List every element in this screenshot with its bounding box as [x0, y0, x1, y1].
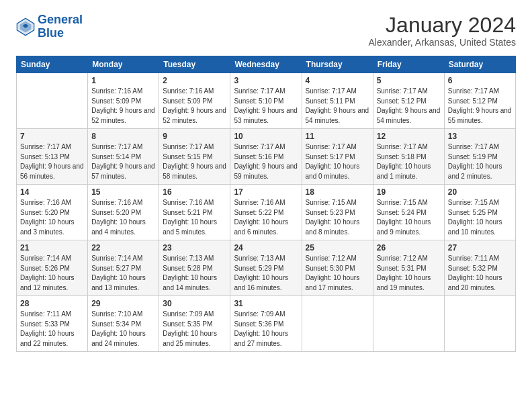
calendar-cell: 13Sunrise: 7:17 AM Sunset: 5:19 PM Dayli…: [444, 129, 515, 185]
day-info: Sunrise: 7:15 AM Sunset: 5:23 PM Dayligh…: [306, 198, 369, 237]
calendar-cell: 30Sunrise: 7:09 AM Sunset: 5:35 PM Dayli…: [159, 296, 230, 352]
calendar-cell: 22Sunrise: 7:14 AM Sunset: 5:27 PM Dayli…: [88, 240, 159, 296]
calendar-cell: 6Sunrise: 7:17 AM Sunset: 5:12 PM Daylig…: [444, 73, 515, 129]
day-number: 18: [306, 187, 369, 197]
calendar-cell: 10Sunrise: 7:17 AM Sunset: 5:16 PM Dayli…: [230, 129, 302, 185]
day-number: 29: [91, 299, 155, 308]
weekday-header-sunday: Sunday: [17, 56, 88, 73]
day-info: Sunrise: 7:17 AM Sunset: 5:18 PM Dayligh…: [377, 142, 441, 181]
day-info: Sunrise: 7:16 AM Sunset: 5:21 PM Dayligh…: [163, 198, 226, 237]
day-info: Sunrise: 7:10 AM Sunset: 5:34 PM Dayligh…: [91, 310, 155, 349]
calendar-cell: 9Sunrise: 7:17 AM Sunset: 5:15 PM Daylig…: [159, 129, 230, 185]
week-row-1: 7Sunrise: 7:17 AM Sunset: 5:13 PM Daylig…: [17, 129, 516, 185]
day-info: Sunrise: 7:13 AM Sunset: 5:28 PM Dayligh…: [163, 254, 226, 293]
calendar-cell: 4Sunrise: 7:17 AM Sunset: 5:11 PM Daylig…: [302, 73, 373, 129]
day-number: 30: [163, 299, 226, 308]
day-info: Sunrise: 7:14 AM Sunset: 5:26 PM Dayligh…: [20, 254, 84, 293]
calendar-cell: 16Sunrise: 7:16 AM Sunset: 5:21 PM Dayli…: [159, 185, 230, 240]
day-number: 27: [448, 243, 512, 253]
day-number: 14: [20, 187, 84, 197]
day-number: 9: [163, 132, 226, 141]
calendar-cell: 31Sunrise: 7:09 AM Sunset: 5:36 PM Dayli…: [230, 296, 302, 352]
weekday-header-wednesday: Wednesday: [230, 56, 302, 73]
day-info: Sunrise: 7:11 AM Sunset: 5:32 PM Dayligh…: [448, 254, 512, 293]
calendar-cell: 17Sunrise: 7:16 AM Sunset: 5:22 PM Dayli…: [230, 185, 302, 240]
day-info: Sunrise: 7:17 AM Sunset: 5:14 PM Dayligh…: [91, 142, 155, 181]
logo-icon: [16, 17, 35, 36]
day-number: 16: [163, 187, 226, 197]
calendar-cell: 18Sunrise: 7:15 AM Sunset: 5:23 PM Dayli…: [302, 185, 373, 240]
calendar-cell: 8Sunrise: 7:17 AM Sunset: 5:14 PM Daylig…: [88, 129, 159, 185]
day-number: 26: [377, 243, 441, 253]
calendar-cell: 5Sunrise: 7:17 AM Sunset: 5:12 PM Daylig…: [373, 73, 444, 129]
week-row-3: 21Sunrise: 7:14 AM Sunset: 5:26 PM Dayli…: [17, 240, 516, 296]
day-info: Sunrise: 7:14 AM Sunset: 5:27 PM Dayligh…: [91, 254, 155, 293]
day-info: Sunrise: 7:12 AM Sunset: 5:30 PM Dayligh…: [306, 254, 369, 293]
header: General Blue January 2024 Alexander, Ark…: [16, 13, 516, 48]
day-info: Sunrise: 7:16 AM Sunset: 5:20 PM Dayligh…: [20, 198, 84, 237]
day-info: Sunrise: 7:15 AM Sunset: 5:25 PM Dayligh…: [448, 198, 512, 237]
calendar-cell: 24Sunrise: 7:13 AM Sunset: 5:29 PM Dayli…: [230, 240, 302, 296]
logo-line2: Blue: [38, 26, 64, 40]
day-info: Sunrise: 7:17 AM Sunset: 5:17 PM Dayligh…: [306, 142, 369, 181]
week-row-2: 14Sunrise: 7:16 AM Sunset: 5:20 PM Dayli…: [17, 185, 516, 240]
day-number: 6: [448, 76, 512, 85]
day-number: 11: [306, 132, 369, 141]
weekday-header-thursday: Thursday: [302, 56, 373, 73]
day-number: 24: [234, 243, 298, 253]
day-number: 8: [91, 132, 155, 141]
day-info: Sunrise: 7:12 AM Sunset: 5:31 PM Dayligh…: [377, 254, 441, 293]
day-number: 20: [448, 187, 512, 197]
day-info: Sunrise: 7:16 AM Sunset: 5:09 PM Dayligh…: [91, 87, 155, 126]
calendar-cell: 21Sunrise: 7:14 AM Sunset: 5:26 PM Dayli…: [17, 240, 88, 296]
day-info: Sunrise: 7:16 AM Sunset: 5:09 PM Dayligh…: [163, 87, 226, 126]
day-number: 7: [20, 132, 84, 141]
day-number: 15: [91, 187, 155, 197]
logo: General Blue: [16, 13, 83, 40]
day-info: Sunrise: 7:17 AM Sunset: 5:10 PM Dayligh…: [234, 87, 298, 126]
day-number: 5: [377, 76, 441, 85]
day-info: Sunrise: 7:11 AM Sunset: 5:33 PM Dayligh…: [20, 310, 84, 349]
weekday-header-friday: Friday: [373, 56, 444, 73]
day-info: Sunrise: 7:15 AM Sunset: 5:24 PM Dayligh…: [377, 198, 441, 237]
day-info: Sunrise: 7:17 AM Sunset: 5:11 PM Dayligh…: [306, 87, 369, 126]
week-row-0: 1Sunrise: 7:16 AM Sunset: 5:09 PM Daylig…: [17, 73, 516, 129]
weekday-header-monday: Monday: [88, 56, 159, 73]
calendar-cell: 2Sunrise: 7:16 AM Sunset: 5:09 PM Daylig…: [159, 73, 230, 129]
day-info: Sunrise: 7:16 AM Sunset: 5:22 PM Dayligh…: [234, 198, 298, 237]
day-info: Sunrise: 7:16 AM Sunset: 5:20 PM Dayligh…: [91, 198, 155, 237]
calendar-cell: 15Sunrise: 7:16 AM Sunset: 5:20 PM Dayli…: [88, 185, 159, 240]
calendar-cell: [302, 296, 373, 352]
calendar-cell: [373, 296, 444, 352]
weekday-header-saturday: Saturday: [444, 56, 515, 73]
day-info: Sunrise: 7:09 AM Sunset: 5:35 PM Dayligh…: [163, 310, 226, 349]
day-number: 13: [448, 132, 512, 141]
weekday-header-row: SundayMondayTuesdayWednesdayThursdayFrid…: [17, 56, 516, 73]
calendar-cell: 27Sunrise: 7:11 AM Sunset: 5:32 PM Dayli…: [444, 240, 515, 296]
main-title: January 2024: [369, 13, 516, 37]
calendar-table: SundayMondayTuesdayWednesdayThursdayFrid…: [16, 56, 516, 352]
calendar-cell: 1Sunrise: 7:16 AM Sunset: 5:09 PM Daylig…: [88, 73, 159, 129]
calendar-cell: 25Sunrise: 7:12 AM Sunset: 5:30 PM Dayli…: [302, 240, 373, 296]
title-block: January 2024 Alexander, Arkansas, United…: [369, 13, 516, 48]
subtitle: Alexander, Arkansas, United States: [369, 37, 516, 48]
weekday-header-tuesday: Tuesday: [159, 56, 230, 73]
day-info: Sunrise: 7:13 AM Sunset: 5:29 PM Dayligh…: [234, 254, 298, 293]
day-number: 19: [377, 187, 441, 197]
day-info: Sunrise: 7:09 AM Sunset: 5:36 PM Dayligh…: [234, 310, 298, 349]
day-number: 10: [234, 132, 298, 141]
day-number: 25: [306, 243, 369, 253]
page: General Blue January 2024 Alexander, Ark…: [0, 0, 532, 411]
calendar-cell: 12Sunrise: 7:17 AM Sunset: 5:18 PM Dayli…: [373, 129, 444, 185]
calendar-cell: 26Sunrise: 7:12 AM Sunset: 5:31 PM Dayli…: [373, 240, 444, 296]
week-row-4: 28Sunrise: 7:11 AM Sunset: 5:33 PM Dayli…: [17, 296, 516, 352]
day-number: 17: [234, 187, 298, 197]
logo-line1: General: [38, 13, 83, 26]
calendar-cell: [444, 296, 515, 352]
calendar-cell: 19Sunrise: 7:15 AM Sunset: 5:24 PM Dayli…: [373, 185, 444, 240]
day-number: 3: [234, 76, 298, 85]
day-info: Sunrise: 7:17 AM Sunset: 5:13 PM Dayligh…: [20, 142, 84, 181]
calendar-cell: 3Sunrise: 7:17 AM Sunset: 5:10 PM Daylig…: [230, 73, 302, 129]
day-info: Sunrise: 7:17 AM Sunset: 5:12 PM Dayligh…: [448, 87, 512, 126]
calendar-cell: 20Sunrise: 7:15 AM Sunset: 5:25 PM Dayli…: [444, 185, 515, 240]
